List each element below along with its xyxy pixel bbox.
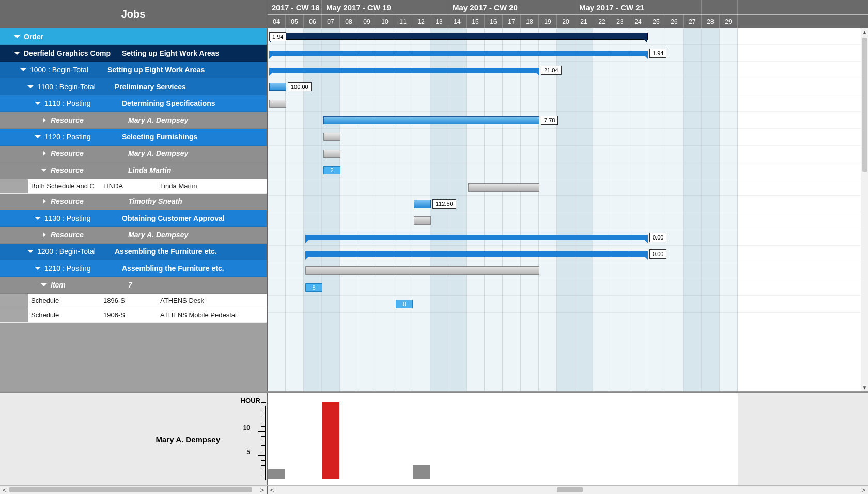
day-header[interactable]: 16	[485, 15, 503, 28]
gantt-row[interactable]	[268, 212, 868, 229]
day-header[interactable]: 08	[340, 15, 358, 28]
histogram-area[interactable]	[268, 393, 868, 485]
gantt-row[interactable]: 2	[268, 162, 868, 179]
day-header[interactable]: 22	[593, 15, 611, 28]
gantt-bar[interactable]	[269, 51, 648, 56]
vertical-scrollbar[interactable]: ▲ ▼	[861, 28, 868, 391]
gantt-bar[interactable]: 8	[305, 283, 322, 292]
day-header[interactable]: 24	[629, 15, 647, 28]
gantt-bar[interactable]	[305, 266, 539, 275]
scroll-left-icon[interactable]: <	[0, 486, 9, 494]
collapse-icon[interactable]	[35, 215, 41, 221]
scroll-thumb-left[interactable]	[9, 487, 252, 492]
gantt-row[interactable]: 21.04	[268, 62, 868, 78]
detail-row[interactable]: Schedule1906-SATHENS Mobile Pedestal	[0, 308, 267, 323]
scroll-right-icon[interactable]: >	[258, 486, 267, 494]
order-header-row[interactable]: Order	[0, 28, 267, 45]
collapse-icon[interactable]	[28, 248, 34, 254]
scroll-up-icon[interactable]: ▲	[861, 28, 868, 36]
scroll-thumb-right[interactable]	[557, 487, 583, 492]
expand-icon[interactable]	[41, 198, 48, 204]
tree-row[interactable]: 1110 : PostingDetermining Specifications	[0, 95, 267, 112]
day-header[interactable]: 04	[268, 15, 286, 28]
day-header[interactable]: 14	[448, 15, 467, 28]
gantt-row[interactable]: 1.94	[268, 28, 868, 45]
day-header[interactable]: 18	[521, 15, 539, 28]
gantt-row[interactable]: 1.94	[268, 45, 868, 61]
expand-icon[interactable]	[41, 150, 48, 156]
horizontal-scrollbar[interactable]: < > < >	[0, 485, 868, 494]
gantt-row[interactable]: 112.50	[268, 196, 868, 212]
gantt-row[interactable]	[268, 179, 868, 196]
day-header[interactable]: 05	[286, 15, 304, 28]
detail-row[interactable]: Schedule1896-SATHENS Desk	[0, 294, 267, 308]
gantt-row[interactable]	[268, 262, 868, 279]
tree-row[interactable]: ResourceMary A. Dempsey	[0, 146, 267, 162]
gantt-bar[interactable]	[323, 116, 539, 124]
day-header[interactable]: 27	[684, 15, 702, 28]
collapse-icon[interactable]	[41, 282, 48, 288]
collapse-icon[interactable]	[14, 50, 21, 56]
gantt-bar[interactable]	[269, 33, 648, 40]
day-header[interactable]: 07	[322, 15, 340, 28]
gantt-bar[interactable]: 8	[396, 300, 413, 308]
gantt-grid[interactable]: 1.941.9421.04100.007.782112.500.000.0088	[268, 28, 868, 391]
gantt-bar[interactable]	[468, 183, 539, 192]
tree-row[interactable]: Deerfield Graphics CompSetting up Eight …	[0, 45, 267, 61]
day-header[interactable]: 13	[430, 15, 448, 28]
gantt-row[interactable]: 7.78	[268, 112, 868, 129]
tree-row[interactable]: ResourceLinda Martin	[0, 162, 267, 179]
scroll-thumb[interactable]	[862, 38, 867, 172]
collapse-icon[interactable]	[41, 167, 48, 173]
gantt-row[interactable]: 0.00	[268, 246, 868, 262]
collapse-icon[interactable]	[28, 84, 34, 90]
collapse-icon[interactable]	[21, 67, 27, 73]
tree-row[interactable]: 1120 : PostingSelecting Furnishings	[0, 129, 267, 145]
day-header[interactable]: 23	[611, 15, 629, 28]
tree-row[interactable]: ResourceTimothy Sneath	[0, 194, 267, 210]
day-header[interactable]: 25	[647, 15, 665, 28]
tree-row[interactable]: 1200 : Begin-TotalAssembling the Furnitu…	[0, 244, 267, 260]
tree-row[interactable]: 1000 : Begin-TotalSetting up Eight Work …	[0, 62, 267, 78]
histogram-bar[interactable]	[413, 465, 430, 479]
expand-icon[interactable]	[14, 34, 21, 40]
scroll-right-icon[interactable]: >	[859, 486, 868, 494]
gantt-bar[interactable]	[323, 133, 340, 141]
day-header[interactable]: 15	[467, 15, 485, 28]
collapse-icon[interactable]	[35, 134, 41, 140]
tree-row[interactable]: ResourceMary A. Dempsey	[0, 227, 267, 243]
gantt-bar[interactable]	[305, 251, 648, 257]
gantt-row[interactable]: 0.00	[268, 229, 868, 246]
expand-icon[interactable]	[41, 232, 48, 238]
gantt-bar[interactable]	[323, 150, 340, 158]
scroll-left-icon[interactable]: <	[268, 486, 276, 494]
histogram-bar[interactable]	[322, 402, 339, 479]
day-header[interactable]: 10	[376, 15, 394, 28]
gantt-bar[interactable]	[414, 216, 431, 225]
histogram-bar[interactable]	[268, 469, 285, 479]
detail-row[interactable]: Both Schedule and CLINDALinda Martin	[0, 179, 267, 194]
tree-row[interactable]: Item7	[0, 277, 267, 293]
tree-row[interactable]: 1210 : PostingAssembling the Furniture e…	[0, 260, 267, 277]
day-header[interactable]: 09	[358, 15, 376, 28]
day-header[interactable]: 17	[503, 15, 521, 28]
day-header[interactable]: 26	[665, 15, 684, 28]
gantt-row[interactable]: 8	[268, 279, 868, 296]
day-header[interactable]: 19	[539, 15, 557, 28]
collapse-icon[interactable]	[35, 265, 41, 272]
day-header[interactable]: 06	[304, 15, 322, 28]
expand-icon[interactable]	[41, 117, 48, 123]
scroll-down-icon[interactable]: ▼	[861, 384, 868, 391]
gantt-bar[interactable]	[269, 68, 539, 73]
gantt-row[interactable]: 100.00	[268, 78, 868, 95]
day-header[interactable]: 21	[575, 15, 593, 28]
tree-row[interactable]: 1130 : PostingObtaining Customer Approva…	[0, 210, 267, 227]
collapse-icon[interactable]	[35, 100, 41, 106]
day-header[interactable]: 29	[720, 15, 738, 28]
gantt-row[interactable]	[268, 146, 868, 162]
gantt-bar[interactable]	[269, 100, 286, 108]
day-header[interactable]: 11	[394, 15, 412, 28]
day-header[interactable]: 28	[702, 15, 720, 28]
gantt-row[interactable]	[268, 95, 868, 112]
tree-row[interactable]: ResourceMary A. Dempsey	[0, 112, 267, 129]
